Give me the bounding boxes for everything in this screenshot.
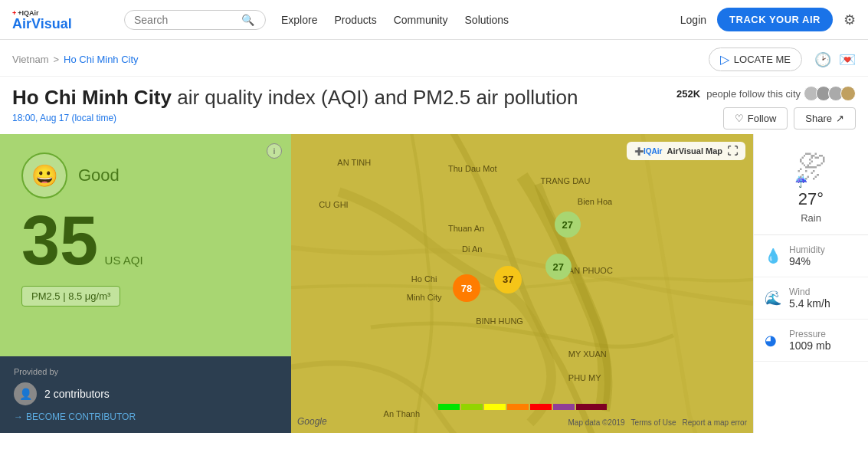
expand-icon[interactable]: ⛶	[727, 145, 738, 157]
facebook-icon[interactable]: 🕑	[814, 51, 831, 68]
map-label-binhhung: BINH HUNG	[476, 316, 523, 326]
logo-airvisual: AirVisual	[12, 17, 72, 31]
map-label-anphuoc: AN PHUOC	[568, 266, 613, 275]
humidity-info: Humidity 94%	[789, 244, 825, 267]
map-label-antinh: AN TINH	[337, 158, 371, 167]
become-label: BECOME CONTRIBUTOR	[26, 411, 136, 422]
aqi-unit: US AQI	[105, 254, 143, 267]
track-air-button[interactable]: TRACK YOUR AIR	[717, 8, 833, 31]
weather-condition: Rain	[801, 212, 821, 224]
legend-purple	[553, 404, 575, 410]
map-label-dian: Di An	[462, 244, 482, 254]
map-label-myxuan: MY XUAN	[568, 349, 607, 359]
weather-panel: ⛈ ☔ 27° Rain 💧 Humidity 94% 🌊 Wind 5.4 k…	[753, 134, 868, 433]
timestamp: 18:00, Aug 17 (local time)	[12, 113, 578, 123]
followers-text: people follow this city	[706, 88, 801, 100]
arrow-icon: →	[14, 411, 23, 422]
nav-explore[interactable]: Explore	[281, 14, 317, 26]
map-label-phymy: PHU MY	[568, 373, 601, 382]
search-icon: 🔍	[241, 14, 254, 26]
aqi-bubble-2[interactable]: 27	[545, 254, 572, 280]
logo[interactable]: + +IQAir AirVisual	[12, 9, 112, 31]
rain-icon: ☔	[794, 175, 807, 188]
nav-solutions[interactable]: Solutions	[465, 14, 509, 26]
legend-red	[530, 404, 552, 410]
map-label-trangdau: TRANG DAU	[541, 176, 591, 185]
heart-icon: ♡	[735, 113, 744, 124]
legend-orange	[507, 404, 529, 410]
map-label-cughi: CU GHI	[319, 200, 349, 209]
action-buttons: ♡ Follow Share ↗	[723, 107, 856, 130]
search-input[interactable]	[134, 14, 241, 26]
aqi-bubble-1[interactable]: 27	[555, 211, 581, 238]
follow-label: Follow	[748, 113, 777, 124]
map-brand-label: AirVisual Map	[667, 146, 722, 156]
aqi-green-area: i 😀 Good 35 US AQI PM2.5 | 8.5 μg/m³	[0, 134, 291, 356]
share-label: Share	[805, 113, 832, 124]
pressure-label: Pressure	[789, 329, 830, 339]
map-attribution: Google	[297, 416, 327, 427]
legend-yellow	[484, 404, 506, 410]
wind-label: Wind	[789, 287, 830, 297]
gear-icon[interactable]: ⚙	[843, 11, 856, 28]
become-contributor-link[interactable]: → BECOME CONTRIBUTOR	[14, 411, 277, 422]
terms-of-use-link[interactable]: Terms of Use	[631, 418, 676, 427]
map-label-hcmc2: Minh City	[407, 293, 442, 302]
map-label-hcmc1: Ho Chi	[411, 274, 437, 284]
legend-maroon	[576, 404, 607, 410]
wind-value: 5.4 km/h	[789, 297, 830, 310]
breadcrumb-left: Vietnam > Ho Chi Minh City	[12, 54, 139, 65]
airvisual-map-label: ➕IQAir	[634, 147, 662, 156]
legend-lime	[461, 404, 483, 410]
map-area[interactable]: ➕IQAir AirVisual Map ⛶ AN TINH CU GHI Th…	[291, 134, 753, 433]
pm25-badge: PM2.5 | 8.5 μg/m³	[21, 286, 120, 307]
pressure-stat: ◕ Pressure 1009 mb	[754, 320, 868, 362]
breadcrumb-separator: >	[53, 54, 59, 65]
info-button[interactable]: i	[267, 143, 282, 159]
report-error-link[interactable]: Report a map error	[683, 418, 747, 427]
share-button[interactable]: Share ↗	[794, 107, 856, 130]
aqi-value: 35	[21, 202, 98, 279]
locate-me-button[interactable]: ▷ LOCATE ME	[709, 48, 802, 71]
aqi-panel: i 😀 Good 35 US AQI PM2.5 | 8.5 μg/m³ Pro…	[0, 134, 291, 433]
weather-icon-area: ⛈ ☔	[788, 148, 834, 186]
breadcrumb-country[interactable]: Vietnam	[12, 54, 48, 65]
header-right: Login TRACK YOUR AIR ⚙	[680, 8, 856, 31]
face-row: 😀 Good	[21, 152, 270, 198]
contributor-area: Provided by 👤 2 contributors → BECOME CO…	[0, 356, 291, 433]
contributor-count: 2 contributors	[44, 388, 110, 400]
map-logo: ➕IQAir AirVisual Map ⛶	[627, 142, 745, 160]
search-box[interactable]: 🔍	[124, 10, 266, 30]
header: + +IQAir AirVisual 🔍 Explore Products Co…	[0, 0, 868, 40]
title-description: air quality index (AQI) and PM2.5 air po…	[172, 86, 578, 109]
contributor-row: 👤 2 contributors	[14, 382, 277, 405]
nav-products[interactable]: Products	[334, 14, 376, 26]
breadcrumb-city[interactable]: Ho Chi Minh City	[64, 54, 139, 65]
map-data-label: Map data ©2019	[568, 418, 625, 427]
title-section: Ho Chi Minh City air quality index (AQI)…	[0, 77, 868, 134]
map-label-thudauone: Thu Dau Mot	[448, 164, 497, 173]
city-name: Ho Chi Minh City	[12, 86, 172, 109]
face-icon: 😀	[21, 152, 67, 198]
title-right: 252K people follow this city ♡ Follow Sh…	[676, 86, 856, 130]
weather-top: ⛈ ☔ 27° Rain	[754, 134, 868, 235]
main-nav: Explore Products Community Solutions	[281, 14, 680, 26]
login-button[interactable]: Login	[680, 14, 706, 26]
pm25-label: PM2.5 | 8.5 μg/m³	[31, 290, 110, 302]
aqi-status: Good	[78, 166, 120, 185]
follower-avatars	[807, 86, 856, 101]
humidity-icon: 💧	[765, 248, 781, 264]
twitter-icon[interactable]: 💌	[839, 51, 856, 68]
aqi-bubble-3[interactable]: 37	[494, 266, 522, 293]
nav-community[interactable]: Community	[394, 14, 448, 26]
map-label-anthanh: An Thanh	[384, 409, 421, 418]
page-title: Ho Chi Minh City air quality index (AQI)…	[12, 86, 578, 110]
map-svg	[291, 134, 753, 433]
title-left: Ho Chi Minh City air quality index (AQI)…	[12, 86, 578, 123]
pressure-value: 1009 mb	[789, 339, 830, 352]
aqi-number-row: 35 US AQI	[21, 206, 270, 275]
map-label-thuanan: Thuan An	[448, 224, 484, 233]
breadcrumb-right: ▷ LOCATE ME 🕑 💌	[709, 48, 856, 71]
followers-row: 252K people follow this city	[676, 86, 856, 101]
follow-button[interactable]: ♡ Follow	[723, 107, 788, 130]
